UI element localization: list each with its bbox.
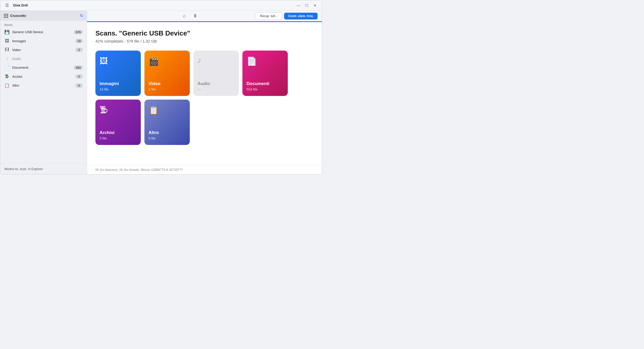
sidebar: Cruscotto ↻ Risult. 💾 Generic USB Device… [0, 11, 87, 174]
card-altro-icon: 📋 [149, 105, 159, 115]
sidebar-documenti-badge: 553 [74, 66, 83, 70]
card-immagini[interactable]: 🖼 Immagini 13 file [95, 51, 141, 96]
sidebar-item-audio: ♪ Audio [0, 54, 87, 63]
sidebar-dashboard-label: Cruscotto [10, 14, 26, 18]
content-main: Scans. "Generic USB Device" 42% completa… [87, 22, 322, 165]
sidebar-footer: Mostra ris. scan. in Explorer [0, 163, 87, 174]
video-icon: 🎞 [4, 47, 10, 52]
card-immagini-count: 13 file [100, 87, 109, 91]
titlebar-left: ☰ Disk Drill [3, 2, 28, 9]
card-audio-label: Audio [198, 81, 210, 86]
sidebar-documenti-label: Documenti [12, 66, 71, 69]
card-archivi-icon: 🗜 [100, 105, 108, 115]
page-title: Scans. "Generic USB Device" [95, 29, 313, 37]
sidebar-section-label: Risult. [0, 21, 87, 27]
sidebar-usb-badge: 579 [74, 30, 83, 34]
altro-icon: 📋 [4, 83, 10, 88]
sidebar-video-badge: 2 [75, 48, 83, 52]
card-altro-count: 6 file [149, 136, 156, 140]
card-immagini-icon: 🖼 [100, 56, 108, 66]
sidebar-item-altro[interactable]: 📋 Altro 6 [0, 81, 87, 90]
home-icon: ⌂ [183, 13, 186, 19]
page-subtitle: 42% completato - 579 file / 1.32 GB [95, 39, 313, 43]
sidebar-altro-label: Altro [12, 83, 73, 87]
grid-icon [4, 14, 8, 18]
home-button[interactable]: ⌂ [180, 12, 189, 20]
sidebar-item-documenti[interactable]: 📄 Documenti 553 [0, 63, 87, 72]
immagini-icon: 🖼 [4, 39, 10, 43]
card-documenti[interactable]: 📄 Documenti 553 file [242, 51, 288, 96]
card-documenti-label: Documenti [247, 81, 269, 86]
archivi-icon: 🗜 [4, 74, 10, 79]
titlebar: ☰ Disk Drill — ☐ ✕ [0, 0, 322, 11]
toolbar-left: ⌂ ⏸ [180, 12, 254, 20]
cards-grid: 🖼 Immagini 13 file 🎬 Video 2 file ♪ Audi… [95, 51, 313, 145]
toolbar-right: Recup. tutt... Contr. elem. trov. [256, 12, 322, 20]
card-video[interactable]: 🎬 Video 2 file [144, 51, 190, 96]
loading-spinner: ↻ [80, 13, 83, 18]
card-video-icon: 🎬 [149, 56, 159, 66]
card-archivi-label: Archivi [100, 130, 115, 135]
content-footer: 0h 2m trascorso, 0h 3m rimasto, Blocco 1… [87, 165, 322, 174]
sidebar-header: Cruscotto ↻ [0, 11, 87, 21]
usb-icon: 💾 [4, 30, 10, 34]
card-archivi[interactable]: 🗜 Archivi 5 file [95, 100, 141, 145]
footer-status: 0h 2m trascorso, 0h 3m rimasto, Blocco 1… [95, 168, 183, 172]
content-area: ⌂ ⏸ Recup. tutt... Contr. elem. trov. Sc… [87, 11, 322, 174]
card-video-count: 2 file [149, 87, 156, 91]
sidebar-altro-badge: 6 [75, 83, 83, 88]
card-video-label: Video [149, 81, 160, 86]
card-altro[interactable]: 📋 Altro 6 file [144, 100, 190, 145]
sidebar-item-immagini[interactable]: 🖼 Immagini 13 [0, 37, 87, 45]
sidebar-item-usb[interactable]: 💾 Generic USB Device 579 [0, 27, 87, 37]
card-audio-count: — [198, 87, 201, 91]
hamburger-button[interactable]: ☰ [3, 2, 11, 9]
sidebar-header-left: Cruscotto [4, 14, 26, 18]
documenti-icon: 📄 [4, 65, 10, 70]
pause-button[interactable]: ⏸ [191, 12, 200, 20]
sidebar-video-label: Video [12, 48, 73, 52]
sidebar-immagini-badge: 13 [75, 39, 83, 43]
main-layout: Cruscotto ↻ Risult. 💾 Generic USB Device… [0, 11, 322, 174]
sidebar-audio-label: Audio [12, 57, 83, 61]
audio-icon: ♪ [4, 56, 10, 61]
minimize-button[interactable]: — [295, 2, 302, 9]
app-title: Disk Drill [13, 3, 28, 7]
pause-icon: ⏸ [193, 13, 198, 19]
sidebar-item-archivi[interactable]: 🗜 Archivi 5 [0, 72, 87, 81]
recup-button[interactable]: Recup. tutt... [256, 12, 282, 20]
sidebar-item-video[interactable]: 🎞 Video 2 [0, 45, 87, 54]
sidebar-usb-label: Generic USB Device [12, 30, 71, 34]
card-documenti-count: 553 file [247, 87, 257, 91]
show-explorer-link[interactable]: Mostra ris. scan. in Explorer [4, 167, 43, 171]
card-archivi-count: 5 file [100, 136, 107, 140]
hamburger-icon: ☰ [5, 3, 9, 8]
card-altro-label: Altro [149, 130, 159, 135]
sidebar-archivi-badge: 5 [75, 74, 83, 79]
card-documenti-icon: 📄 [247, 56, 257, 66]
card-audio-icon: ♪ [198, 56, 201, 65]
sidebar-archivi-label: Archivi [12, 75, 73, 79]
card-audio: ♪ Audio — [193, 51, 239, 96]
sidebar-immagini-label: Immagini [12, 39, 73, 43]
card-immagini-label: Immagini [100, 81, 119, 86]
close-button[interactable]: ✕ [311, 2, 319, 9]
contr-button[interactable]: Contr. elem. trov. [284, 13, 318, 19]
window-controls: — ☐ ✕ [295, 2, 319, 9]
maximize-button[interactable]: ☐ [303, 2, 310, 9]
toolbar: ⌂ ⏸ Recup. tutt... Contr. elem. trov. [87, 11, 322, 22]
